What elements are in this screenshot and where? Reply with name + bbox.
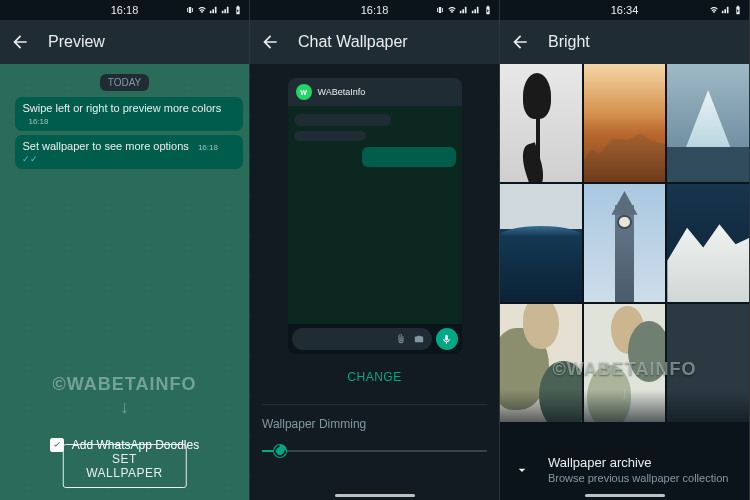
wifi-icon xyxy=(197,5,207,15)
wallpaper-grid-body: ©WABETAINFO ↓ Wallpaper archive Browse p… xyxy=(500,64,749,500)
slider-thumb[interactable] xyxy=(273,444,287,458)
back-icon[interactable] xyxy=(10,32,30,52)
vibrate-icon xyxy=(185,5,195,15)
status-time: 16:18 xyxy=(111,4,139,16)
message-out: Swipe left or right to preview more colo… xyxy=(15,97,243,131)
screen-preview: 16:18 Preview TODAY Swipe left or right … xyxy=(0,0,250,500)
chat-input xyxy=(292,328,432,350)
date-pill: TODAY xyxy=(100,74,150,91)
set-wallpaper-button[interactable]: SET WALLPAPER xyxy=(62,444,187,488)
message-out xyxy=(362,147,456,167)
battery-icon xyxy=(733,5,743,15)
screen-chat-wallpaper: 16:18 Chat Wallpaper W WABetaInfo xyxy=(250,0,500,500)
back-icon[interactable] xyxy=(510,32,530,52)
wallpaper-tile[interactable] xyxy=(667,184,749,302)
archive-section: Wallpaper archive Browse previous wallpa… xyxy=(500,390,749,500)
app-header: Chat Wallpaper xyxy=(250,20,499,64)
signal-icon xyxy=(471,5,481,15)
wifi-icon xyxy=(709,5,719,15)
app-header: Bright xyxy=(500,20,749,64)
nav-pill[interactable] xyxy=(335,494,415,497)
status-icons xyxy=(435,5,493,15)
battery-icon xyxy=(233,5,243,15)
contact-name: WABetaInfo xyxy=(318,87,366,97)
wallpaper-preview[interactable]: TODAY Swipe left or right to preview mor… xyxy=(0,64,249,500)
watermark: ©WABETAINFO xyxy=(0,374,249,395)
nav-pill[interactable] xyxy=(585,494,665,497)
arrow-down-icon: ↓ xyxy=(120,397,129,418)
wifi-icon xyxy=(447,5,457,15)
archive-subtitle: Browse previous wallpaper collection xyxy=(548,472,728,484)
avatar: W xyxy=(296,84,312,100)
camera-icon xyxy=(414,334,424,344)
attach-icon xyxy=(396,334,406,344)
header-title: Bright xyxy=(548,33,590,51)
dimming-label: Wallpaper Dimming xyxy=(262,417,366,431)
wallpaper-settings-body: W WABetaInfo CHANGE Wallpaper Dimming xyxy=(250,64,499,500)
wallpaper-tile[interactable] xyxy=(500,184,582,302)
back-icon[interactable] xyxy=(260,32,280,52)
archive-title: Wallpaper archive xyxy=(548,455,728,470)
status-time: 16:18 xyxy=(361,4,389,16)
status-icons xyxy=(709,5,743,15)
screen-bright: 16:34 Bright ©WABETAINFO ↓ xyxy=(500,0,750,500)
signal-icon xyxy=(221,5,231,15)
status-icons xyxy=(185,5,243,15)
wallpaper-tile[interactable] xyxy=(500,64,582,182)
chat-preview-header: W WABetaInfo xyxy=(288,78,462,106)
chevron-down-icon xyxy=(514,462,530,478)
status-bar: 16:18 xyxy=(250,0,499,20)
mic-button xyxy=(436,328,458,350)
header-title: Preview xyxy=(48,33,105,51)
chat-input-row xyxy=(288,324,462,354)
watermark: ©WABETAINFO xyxy=(500,359,749,380)
signal-icon xyxy=(209,5,219,15)
wallpaper-tile[interactable] xyxy=(584,64,666,182)
status-bar: 16:34 xyxy=(500,0,749,20)
message-out: Set wallpaper to see more options 16:18 … xyxy=(15,135,243,169)
signal-icon xyxy=(459,5,469,15)
wallpaper-archive-row[interactable]: Wallpaper archive Browse previous wallpa… xyxy=(514,455,735,484)
message-in xyxy=(294,114,391,126)
vibrate-icon xyxy=(435,5,445,15)
dimming-slider[interactable] xyxy=(262,441,487,461)
header-title: Chat Wallpaper xyxy=(298,33,408,51)
wallpaper-tile[interactable] xyxy=(667,64,749,182)
divider xyxy=(262,404,487,405)
battery-icon xyxy=(483,5,493,15)
message-in xyxy=(294,131,367,141)
chat-preview[interactable]: W WABetaInfo xyxy=(288,78,462,354)
status-bar: 16:18 xyxy=(0,0,249,20)
app-header: Preview xyxy=(0,20,249,64)
mic-icon xyxy=(441,334,452,345)
chat-preview-body xyxy=(288,106,462,324)
wallpaper-tile[interactable] xyxy=(584,184,666,302)
status-time: 16:34 xyxy=(611,4,639,16)
change-button[interactable]: CHANGE xyxy=(347,370,401,384)
read-ticks-icon: ✓✓ xyxy=(22,154,38,164)
signal-icon xyxy=(721,5,731,15)
